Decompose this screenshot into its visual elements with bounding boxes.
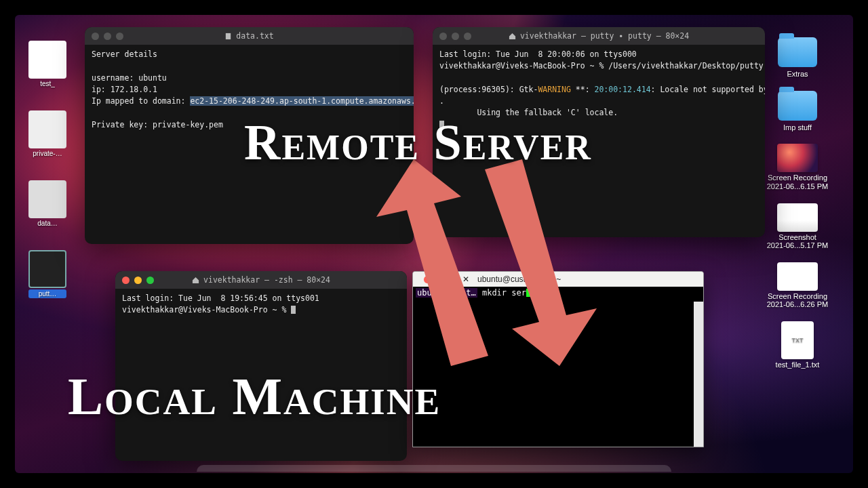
file-screenshot[interactable]: Screenshot 2021-06...5.17 PM [764, 203, 831, 250]
window-title: ubuntu@customaise: ~ [477, 274, 561, 284]
folder-icon [778, 91, 817, 121]
window-title: data.txt [236, 31, 273, 41]
window-title: vivekthakkar — putty ∙ putty — 80×24 [520, 31, 689, 41]
terminal-cursor [291, 306, 296, 314]
window-titlebar[interactable]: vivekthakkar — -zsh — 80×24 [115, 271, 407, 289]
xterm-ubuntu[interactable]: ✕ ubuntu@customaise: ~ ubuntu@cust… mkdi… [412, 271, 704, 447]
terminal-glyph-icon: ✕ [462, 274, 469, 284]
desktop-item[interactable]: private-… [28, 110, 66, 157]
folder-imp-stuff[interactable]: Imp stuff [764, 91, 831, 132]
annotation-local-machine: Local Machine [68, 366, 441, 427]
desktop-item[interactable]: data… [28, 180, 66, 227]
annotation-remote-server: Remote Server [244, 114, 592, 171]
window-title: vivekthakkar — -zsh — 80×24 [203, 275, 330, 285]
desktop-icons-left: test_ private-… data… putt… [27, 41, 68, 298]
desktop-item[interactable]: test_ [28, 41, 66, 87]
text-file-icon: TXT [781, 321, 814, 359]
desktop-item[interactable]: putt… [28, 250, 66, 298]
image-thumb-icon [777, 203, 818, 232]
file-test-file-1[interactable]: TXT test_file_1.txt [764, 321, 831, 369]
terminal-output[interactable]: ubuntu@cust… mkdir ser [413, 287, 703, 447]
window-titlebar[interactable]: data.txt [85, 27, 414, 45]
desktop-icons-right: Extras Imp stuff Screen Recording 2021-0… [757, 37, 838, 369]
folder-extras[interactable]: Extras [764, 37, 831, 79]
image-thumb-icon [777, 262, 818, 291]
window-titlebar[interactable]: vivekthakkar — putty ∙ putty — 80×24 [433, 27, 765, 45]
dock[interactable] [197, 465, 671, 472]
file-screen-recording-2[interactable]: Screen Recording 2021-06...6.26 PM [764, 262, 831, 309]
home-icon [192, 277, 199, 284]
file-screen-recording-1[interactable]: Screen Recording 2021-06...6.15 PM [764, 144, 831, 190]
minimize-icon[interactable] [435, 276, 443, 283]
maximize-icon[interactable] [447, 276, 454, 283]
svg-rect-0 [226, 33, 231, 39]
terminal-cursor [526, 289, 531, 297]
close-icon[interactable] [424, 276, 431, 283]
terminal-output[interactable]: Last login: Tue Jun 8 19:56:45 on ttys00… [115, 289, 407, 321]
video-thumb-icon [777, 144, 818, 172]
home-icon [509, 33, 516, 40]
scrollbar[interactable] [694, 302, 703, 447]
folder-icon [778, 37, 817, 67]
window-titlebar[interactable]: ✕ ubuntu@customaise: ~ [413, 272, 703, 287]
file-icon [224, 33, 232, 40]
